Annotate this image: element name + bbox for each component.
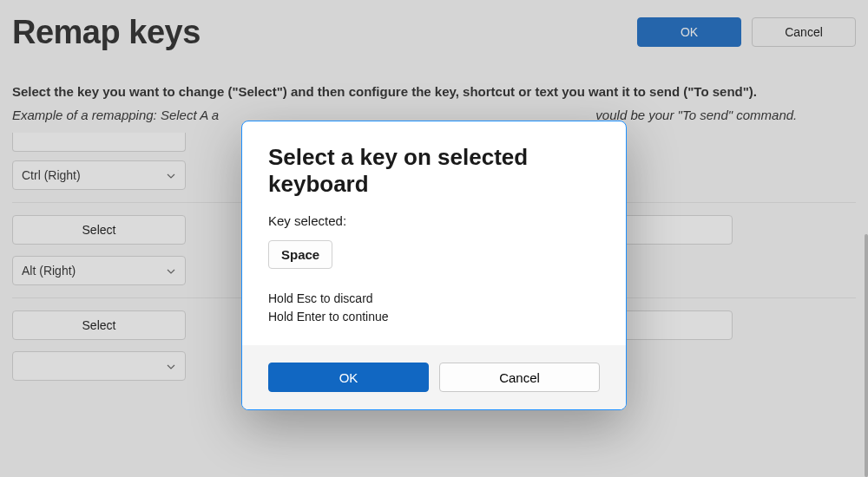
dialog-cancel-button[interactable]: Cancel: [439, 363, 600, 392]
hint-continue: Hold Enter to continue: [268, 308, 600, 326]
dialog-title: Select a key on selected keyboard: [268, 144, 600, 198]
hint-discard: Hold Esc to discard: [268, 290, 600, 308]
dialog-hints: Hold Esc to discard Hold Enter to contin…: [268, 290, 600, 326]
key-selected-label: Key selected:: [268, 213, 600, 228]
dialog-ok-button[interactable]: OK: [268, 363, 429, 392]
select-key-dialog: Select a key on selected keyboard Key se…: [241, 121, 627, 410]
selected-key-chip: Space: [268, 240, 332, 269]
dialog-footer: OK Cancel: [242, 345, 626, 409]
